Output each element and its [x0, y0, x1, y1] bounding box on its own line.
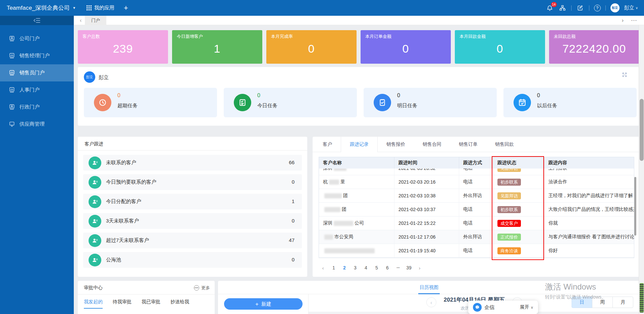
kpi-label: 未回款总额: [554, 34, 635, 40]
tab-pending-my-approval[interactable]: 待我审批: [113, 299, 131, 309]
task-count: 0: [397, 92, 400, 99]
sidebar-item-supplier-management[interactable]: 供应商管理: [0, 116, 74, 133]
add-app-button[interactable]: +: [124, 4, 128, 12]
bar-chart-icon: [9, 53, 15, 59]
kpi-card-unpaid-total[interactable]: 未回款总额 7222420.00: [549, 30, 639, 64]
sidebar-item-label: 行政门户: [19, 104, 40, 110]
view-week-button[interactable]: 周: [592, 297, 613, 308]
col-header-followup-time: 跟进时间: [394, 157, 459, 169]
task-card-tomorrow[interactable]: 0 明日任务: [364, 88, 497, 117]
tabs-scroll-right-icon[interactable]: ›: [622, 17, 624, 23]
tab-customers[interactable]: 客户: [314, 137, 341, 152]
tab-sales-quotes[interactable]: 销售报价: [378, 137, 414, 152]
task-card-overdue[interactable]: 0 超期任务: [84, 88, 217, 117]
new-event-button[interactable]: + 新建: [224, 298, 303, 310]
kpi-card-month-order-amount[interactable]: 本月订单金额 0: [361, 30, 451, 64]
tab-sales-orders[interactable]: 销售订单: [450, 137, 486, 152]
kpi-value: 0: [460, 42, 540, 55]
followup-count: 0: [292, 179, 294, 185]
table-row[interactable]: 杭里 2021-02-03 20:16 电话 初步联系 洽谈合作: [319, 175, 634, 189]
tabs-scroll-left-icon[interactable]: ‹: [80, 17, 82, 23]
tab-calendar-view[interactable]: 日历视图: [420, 281, 438, 294]
task-card-later[interactable]: 0 以后任务: [503, 88, 637, 117]
user-tasks-panel: 彭立 彭立 0 超期任务 0 今日任务: [78, 67, 639, 126]
view-day-button[interactable]: 日: [572, 297, 592, 308]
tab-followup-records[interactable]: 跟进记录: [341, 137, 378, 152]
followup-item-3days-uncontacted[interactable]: 3天未联系客户 0: [83, 213, 302, 229]
tab-portal[interactable]: 门户: [85, 16, 106, 25]
table-row[interactable]: 团 2021-02-03 10:38 外出拜访 见面拜访 王经理，对我们的产品线…: [319, 189, 634, 203]
tabs-more-icon[interactable]: ⋯: [631, 17, 637, 24]
tab-sales-payments[interactable]: 销售回款: [486, 137, 523, 152]
expand-fullscreen-icon[interactable]: [622, 72, 627, 78]
page-number[interactable]: 39: [405, 263, 413, 272]
notification-bell-button[interactable]: 14: [546, 4, 554, 12]
page-number[interactable]: 6: [383, 263, 392, 272]
table-row[interactable]: 团 2021-02-03 10:37 电话 初步联系 大致介绍我们产品的情况，王…: [319, 203, 634, 216]
page-number[interactable]: 4: [362, 263, 370, 272]
avatar[interactable]: 彭立: [84, 71, 95, 83]
table-row[interactable]: 2021-01-19 15:40 电话 商务洽谈 你好: [319, 244, 634, 258]
sidebar-item-sales-manager-portal[interactable]: 销售经理门户: [0, 47, 74, 64]
prev-page-icon[interactable]: ‹: [319, 263, 327, 272]
org-chart-button[interactable]: [558, 4, 567, 12]
kpi-value: 7222420.00: [554, 42, 635, 55]
help-icon[interactable]: ?: [594, 5, 601, 11]
avatar[interactable]: 彭立: [610, 3, 620, 12]
view-month-button[interactable]: 月: [612, 297, 633, 308]
page-number[interactable]: 3: [351, 263, 360, 272]
page-ellipsis[interactable]: •••: [394, 263, 402, 272]
customer-person-icon: [89, 156, 101, 169]
task-count: 0: [117, 92, 120, 99]
page-number[interactable]: 1: [329, 263, 338, 272]
followup-item-public-pool[interactable]: 公海池 0: [83, 252, 302, 268]
tab-cc-to-me[interactable]: 抄送给我: [170, 299, 189, 309]
table-row[interactable]: 深圳公司 2021-01-22 15:22 电话 成交客户 你就: [319, 216, 634, 230]
panel-title: 客户跟进: [85, 141, 103, 147]
customer-person-icon: [89, 254, 101, 266]
expand-button[interactable]: 展开 ∨: [520, 304, 533, 310]
followup-item-uncontacted[interactable]: 未联系的客户 66: [83, 155, 302, 171]
customer-person-icon: [89, 176, 101, 189]
followup-item-7days-uncontacted[interactable]: 超过7天未联系客户 47: [83, 233, 302, 248]
sidebar-item-admin-portal[interactable]: 行政门户: [0, 99, 74, 116]
table-row[interactable]: 深圳 2021-02-03 20:52 电话 见面拜访 上门洽谈: [319, 169, 634, 175]
scrollbar-thumb[interactable]: [640, 99, 644, 161]
sidebar-item-label: 公司门户: [19, 36, 40, 42]
page-number[interactable]: 5: [372, 263, 381, 272]
main-content: 客户总数 239 今日新增客户 1 本月完成率 0 本月订单金额 0 本月回款金…: [74, 25, 639, 314]
table-scrollbar-thumb[interactable]: [634, 177, 636, 236]
tab-approved-by-me[interactable]: 我已审批: [142, 299, 160, 309]
panel-title: 审批中心: [84, 285, 103, 291]
tab-sales-contracts[interactable]: 销售合同: [414, 137, 450, 152]
followup-item-today-assigned[interactable]: 今日分配的客户 1: [83, 194, 302, 209]
company-switcher[interactable]: Teamface_深圳企典公司: [7, 4, 70, 12]
followup-records-panel: 客户 跟进记录 销售报价 销售合同 销售订单 销售回款 客户名称 跟进时间 跟进…: [313, 137, 639, 277]
sidebar-item-company-portal[interactable]: 公司门户: [0, 30, 74, 47]
kpi-card-total-customers[interactable]: 客户总数 239: [78, 30, 168, 64]
kpi-card-new-customers-today[interactable]: 今日新增客户 1: [172, 30, 262, 64]
kpi-value: 1: [177, 42, 258, 55]
bar-chart-icon: [9, 87, 15, 93]
page-number-active[interactable]: 2: [340, 263, 349, 272]
kpi-label: 客户总数: [83, 34, 163, 40]
followup-item-today-appointments[interactable]: 今日预约要联系的客户 0: [83, 174, 302, 190]
kpi-card-month-payment-amount[interactable]: 本月回款金额 0: [455, 30, 545, 64]
my-apps-button[interactable]: 我的应用: [87, 5, 114, 11]
more-button[interactable]: ••• 更多: [194, 285, 210, 291]
qixin-chat-widget[interactable]: 企信 展开 ∨: [468, 301, 538, 314]
sidebar-item-salesperson-portal[interactable]: 销售员门户: [0, 64, 74, 81]
table-row[interactable]: 市公安局 2021-01-12 17:06 外出拜访 正式报价 与客户沟通详细报…: [319, 230, 634, 244]
sidebar-collapse-button[interactable]: [0, 16, 74, 25]
sidebar-item-hr-portal[interactable]: 人事门户: [0, 81, 74, 99]
kpi-value: 239: [83, 42, 163, 55]
prev-day-icon[interactable]: ‹: [426, 297, 436, 307]
compose-note-button[interactable]: [576, 4, 584, 12]
tab-initiated-by-me[interactable]: 我发起的: [84, 299, 103, 309]
next-page-icon[interactable]: ›: [415, 263, 424, 272]
kpi-card-month-completion-rate[interactable]: 本月完成率 0: [266, 30, 357, 64]
page-scrollbar[interactable]: [639, 25, 644, 314]
task-card-today[interactable]: 0 今日任务: [224, 88, 357, 117]
user-menu[interactable]: 彭立 ∨: [624, 5, 638, 11]
customer-followup-panel: 客户跟进 未联系的客户 66 今日预约要联系的客户 0 今日分配的客户 1 3天…: [78, 137, 307, 277]
